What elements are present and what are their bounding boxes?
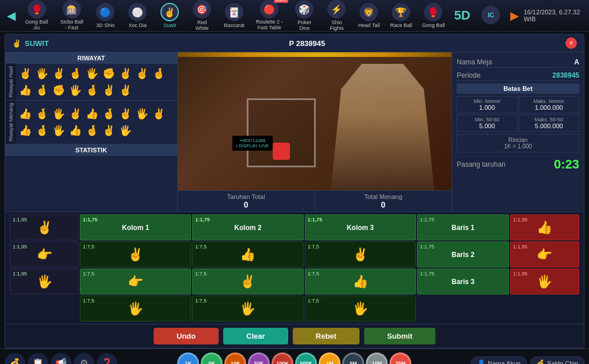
nav-item-roulette[interactable]: BARU 🔴 Roulette 2 - Fast Table: [251, 0, 287, 32]
nav-item-suwit[interactable]: ✌ Suwit: [155, 2, 185, 29]
chip-10m[interactable]: 10M: [366, 352, 388, 365]
kolom2-label: Kolom 2: [234, 224, 261, 232]
game-equipment: [247, 98, 316, 167]
nav-left-arrow[interactable]: ◀: [5, 9, 18, 22]
rebet-button[interactable]: Rebet: [293, 328, 359, 344]
kolom3-label: Kolom 3: [347, 224, 374, 232]
window-title-text: SUWIT: [25, 39, 49, 48]
baris2-label: Baris 2: [452, 251, 475, 259]
nav-item-sicbo[interactable]: 🎰 Sicbo Ball - Fast: [55, 0, 88, 32]
chip-10k[interactable]: 10K: [224, 352, 246, 365]
history-cell: 🤞: [34, 82, 50, 98]
xocdia-icon: ⚪: [128, 3, 147, 21]
bet-cell-baris2[interactable]: 1:1,75 Baris 2: [417, 242, 509, 267]
bet-cell-red-hand[interactable]: 1:1,95 🖐: [510, 269, 579, 294]
chip-500k[interactable]: 500K: [295, 352, 317, 365]
sicbo-icon: 🎰: [63, 0, 81, 18]
megaphone-icon-btn[interactable]: 📢: [51, 353, 71, 365]
point-left-odds: 1:1,95: [13, 244, 27, 250]
r2c3-odds: 1:7,5: [308, 244, 319, 250]
chip-50k[interactable]: 50K: [248, 352, 270, 365]
nav-right-arrow[interactable]: ▶: [508, 9, 521, 22]
window-center-text: P 2838945: [289, 39, 326, 48]
nav-item-headtail[interactable]: 🦁 Head Tail: [354, 2, 384, 29]
chip-5k[interactable]: 5K: [201, 352, 223, 365]
nav-item-gong-ball-jiu[interactable]: 🥊 Gong Ball Jiu: [20, 0, 53, 32]
nav-item-3dshio[interactable]: 🔵 3D Shio: [90, 2, 120, 29]
history-cell: 🤞: [34, 106, 50, 122]
bet-cell-r2c2[interactable]: 1:7,5 👍: [192, 242, 303, 267]
statistik-button[interactable]: STATISTIK: [5, 144, 177, 156]
nav-item-shiofights[interactable]: ⚡ Shio Fights: [322, 0, 351, 32]
bet-cell-red-point[interactable]: 1:1,95 👉: [510, 242, 579, 267]
settings-icon-btn[interactable]: ⚙: [74, 353, 94, 365]
bet-cell-r3c2[interactable]: 1:7,5 ✌: [192, 269, 303, 294]
bet-cell-r3c1[interactable]: 1:7,5 👉: [80, 269, 191, 294]
bet-cell-r3c3[interactable]: 1:7,5 👍: [305, 269, 416, 294]
bet-cell-hand-left[interactable]: 1:1,95 🖐: [10, 269, 79, 294]
nav-item-raceball[interactable]: 🏆 Race Ball: [386, 2, 416, 29]
bet-cell-r4c2[interactable]: 1:7,5 🖐: [192, 296, 303, 321]
money-icon-btn[interactable]: 💰: [5, 353, 25, 365]
account-button[interactable]: 👤 Nama Akun: [471, 357, 527, 364]
history-cell: ✊: [101, 66, 117, 82]
periode-value: 2838945: [552, 71, 579, 79]
bet-cell-kolom2[interactable]: 1:1,75 Kolom 2: [192, 214, 303, 240]
nav-item-redwhite[interactable]: 🎯 Red White: [187, 0, 217, 32]
dealer-silhouette: [331, 64, 434, 190]
nav-item-5d[interactable]: 5D: [450, 8, 473, 23]
submit-button[interactable]: Submit: [364, 328, 435, 344]
history-cell: ✌: [117, 106, 133, 122]
history-cell: 🖐: [34, 66, 50, 82]
r4c2-odds: 1:7,5: [195, 298, 206, 304]
chips-area: 1K 5K 10K 50K 100K 500K 1M 5M 10M 25M: [120, 352, 469, 365]
nav-item-gongball2[interactable]: 🥊 Gong Ball: [418, 2, 448, 29]
bet-cell-kolom1[interactable]: 1:1,75 Kolom 1: [80, 214, 191, 240]
window-close-button[interactable]: ×: [565, 37, 577, 49]
3dshio-icon: 🔵: [96, 3, 114, 21]
chip-25m[interactable]: 25M: [389, 352, 411, 365]
undo-button[interactable]: Undo: [154, 328, 219, 344]
history-cells-hasil: ✌ 🖐 ✌ 🤞 🖐 ✊ ✌ ✌ 🤞 👍 🤞 ✊ 🖐 🤞 ✌ ✌: [16, 64, 177, 99]
bet-cell-r4c3[interactable]: 1:7,5 🖐: [305, 296, 416, 321]
help-icon-btn[interactable]: ❓: [97, 353, 117, 365]
chip-1k[interactable]: 1K: [177, 352, 199, 365]
shiofights-icon: ⚡: [327, 0, 346, 18]
nav-item-pokerdice[interactable]: 🎲 Poker Dice: [289, 0, 319, 32]
nav-label-sicbo: Sicbo Ball - Fast: [59, 20, 85, 31]
nav-item-baccarat[interactable]: 🃏 Baccarat: [219, 2, 249, 29]
chip-1m[interactable]: 1M: [319, 352, 341, 365]
account-area: 👤 Nama Akun 💰 Saldo Chip: [471, 357, 584, 364]
list-icon-btn[interactable]: 📋: [28, 353, 48, 365]
history-cell: 🖐: [51, 106, 67, 122]
saldo-button[interactable]: 💰 Saldo Chip: [530, 357, 584, 364]
bet-cell-scissors[interactable]: 1:1,95 ✌: [10, 214, 79, 240]
bet-cell-point-left[interactable]: 1:1,95 👉: [10, 242, 79, 267]
bet-cell-r2c3[interactable]: 1:7,5 ✌: [305, 242, 416, 267]
r4c3-odds: 1:7,5: [308, 298, 319, 304]
phone-number: +853711388: [236, 138, 269, 143]
bet-cell-r2c1[interactable]: 1:7,5 ✌: [80, 242, 191, 267]
history-cell: 🖐: [84, 66, 100, 82]
min-5050-label: Min. 50-50: [459, 117, 515, 122]
bet-cell-baris3[interactable]: 1:1,75 Baris 3: [417, 269, 509, 294]
top-navigation: ◀ 🥊 Gong Ball Jiu 🎰 Sicbo Ball - Fast 🔵 …: [0, 0, 589, 32]
nav-item-xocdia[interactable]: ⚪ Xoc Dia: [123, 2, 152, 29]
bet-cell-red-thumb[interactable]: 1:1,95 👍: [510, 214, 579, 240]
min-nomor-value: 1.000: [459, 104, 515, 111]
pasang-taruhan-row: Pasang taruhan 0:23: [457, 157, 579, 172]
rincian-value: 1K = 1.000: [504, 143, 532, 150]
bet-cell-r4c1[interactable]: 1:7,5 🖐: [80, 296, 191, 321]
clear-button[interactable]: Clear: [223, 328, 288, 344]
bet-cell-baris1[interactable]: 1:1,75 Baris 1: [417, 214, 509, 240]
nav-label-gongball2: Gong Ball: [422, 22, 445, 28]
bet-cell-kolom3[interactable]: 1:1,75 Kolom 3: [305, 214, 416, 240]
video-placeholder: +853711388 • DISPLAY LIVE: [178, 52, 452, 190]
nav-item-ic[interactable]: IC: [476, 5, 506, 26]
maks-nomor-label: Maks. Nomor: [521, 98, 577, 104]
chip-100k[interactable]: 100K: [271, 352, 293, 365]
chip-5m[interactable]: 5M: [342, 352, 364, 365]
history-cell: 🖐: [117, 122, 133, 139]
total-menang-item: Total Menang 0: [315, 191, 452, 212]
display-live-text: • DISPLAY LIVE: [236, 143, 269, 148]
